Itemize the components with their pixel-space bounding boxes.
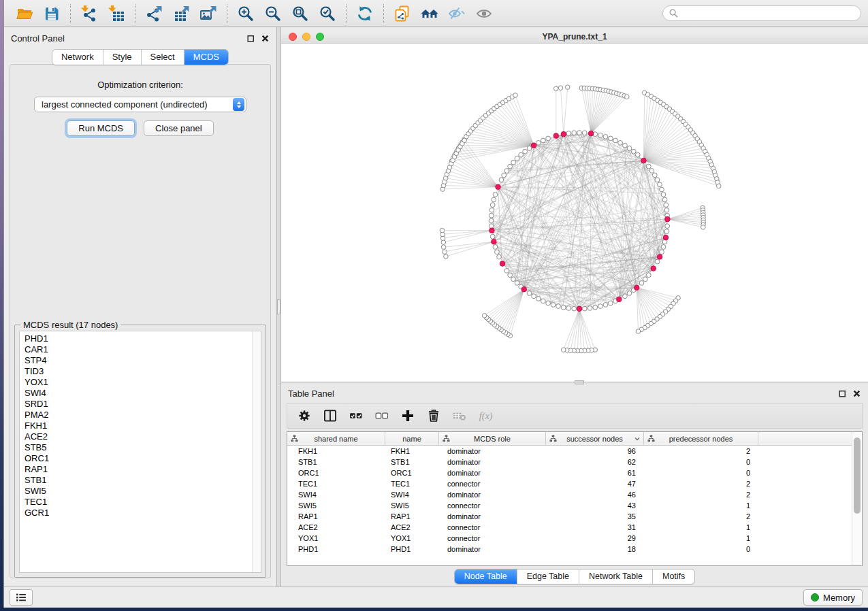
graph-node[interactable] bbox=[532, 294, 536, 299]
graph-node[interactable] bbox=[646, 164, 651, 169]
graph-node[interactable] bbox=[499, 178, 504, 182]
mcds-result-item[interactable]: STB1 bbox=[25, 475, 261, 486]
graph-node[interactable] bbox=[603, 135, 608, 139]
graph-node[interactable] bbox=[582, 306, 587, 311]
graph-node[interactable] bbox=[664, 208, 669, 212]
graph-node[interactable] bbox=[541, 299, 545, 303]
table-row[interactable]: YOX1YOX1connector291 bbox=[287, 533, 862, 544]
mcds-result-item[interactable]: STP4 bbox=[25, 355, 261, 366]
graph-node[interactable] bbox=[519, 152, 524, 157]
graph-node[interactable] bbox=[661, 193, 666, 197]
table-row[interactable]: FKH1FKH1dominator962 bbox=[287, 446, 862, 457]
table-tab-motifs[interactable]: Motifs bbox=[652, 569, 694, 584]
graph-hub-node[interactable] bbox=[492, 240, 497, 245]
graph-node[interactable] bbox=[625, 95, 630, 99]
graph-node[interactable] bbox=[636, 329, 641, 334]
tab-select[interactable]: Select bbox=[141, 50, 184, 65]
column-header-name[interactable]: name bbox=[385, 432, 439, 445]
graph-node[interactable] bbox=[566, 131, 571, 136]
graph-node[interactable] bbox=[492, 197, 496, 202]
graph-hub-node[interactable] bbox=[521, 286, 527, 292]
graph-node[interactable] bbox=[577, 131, 582, 135]
graph-node[interactable] bbox=[660, 187, 664, 192]
zoom-fit-button[interactable] bbox=[287, 3, 314, 24]
graph-node[interactable] bbox=[527, 146, 532, 151]
graph-node[interactable] bbox=[515, 156, 519, 161]
memory-button[interactable]: Memory bbox=[803, 589, 863, 606]
import-table-button[interactable] bbox=[103, 3, 130, 24]
add-column-button[interactable] bbox=[395, 406, 421, 426]
graph-node[interactable] bbox=[440, 228, 445, 233]
export-table-button[interactable] bbox=[167, 3, 195, 24]
graph-node[interactable] bbox=[649, 169, 654, 174]
toggle-columns-button[interactable] bbox=[317, 406, 343, 426]
mcds-result-item[interactable]: YOX1 bbox=[25, 377, 261, 388]
graph-node[interactable] bbox=[561, 305, 566, 310]
graph-hub-node[interactable] bbox=[657, 254, 662, 260]
graph-node[interactable] bbox=[444, 254, 449, 259]
graph-hub-node[interactable] bbox=[651, 266, 656, 271]
mcds-result-item[interactable]: CAR1 bbox=[25, 344, 261, 355]
show-all-button[interactable] bbox=[470, 3, 498, 24]
graph-node[interactable] bbox=[660, 250, 664, 254]
graph-node[interactable] bbox=[572, 306, 577, 311]
table-row[interactable]: ORC1ORC1dominator610 bbox=[287, 467, 862, 478]
graph-hub-node[interactable] bbox=[531, 143, 536, 148]
graph-node[interactable] bbox=[598, 133, 603, 137]
graph-node[interactable] bbox=[627, 291, 632, 296]
graph-node[interactable] bbox=[489, 213, 494, 218]
graph-node[interactable] bbox=[490, 203, 495, 208]
graph-node[interactable] bbox=[652, 173, 657, 178]
graph-node[interactable] bbox=[613, 138, 618, 143]
table-row[interactable]: ACE2ACE2connector311 bbox=[287, 522, 862, 533]
graph-node[interactable] bbox=[593, 305, 598, 310]
network-graph[interactable] bbox=[281, 44, 868, 382]
delete-column-button[interactable] bbox=[421, 406, 447, 426]
refresh-view-button[interactable] bbox=[351, 3, 379, 24]
select-all-checkboxes-button[interactable] bbox=[343, 406, 369, 426]
graph-node[interactable] bbox=[627, 146, 632, 151]
export-image-button[interactable] bbox=[195, 3, 222, 24]
graph-node[interactable] bbox=[631, 149, 636, 154]
graph-node[interactable] bbox=[665, 224, 670, 229]
graph-node[interactable] bbox=[655, 259, 660, 264]
graph-node[interactable] bbox=[502, 173, 507, 178]
graph-node[interactable] bbox=[608, 136, 613, 141]
graph-hub-node[interactable] bbox=[489, 228, 495, 233]
column-header-successor-nodes[interactable]: successor nodes bbox=[546, 432, 644, 445]
first-neighbors-button[interactable] bbox=[416, 3, 443, 24]
column-header-shared-name[interactable]: shared name bbox=[287, 432, 385, 445]
graph-node[interactable] bbox=[556, 304, 561, 309]
mcds-result-item[interactable]: TEC1 bbox=[25, 497, 261, 508]
graph-node[interactable] bbox=[536, 297, 541, 301]
graph-node[interactable] bbox=[553, 86, 558, 91]
graph-node[interactable] bbox=[598, 304, 603, 309]
graph-node[interactable] bbox=[701, 225, 706, 230]
mcds-result-list[interactable]: PHD1CAR1STP4TID3YOX1SWI4SRD1PMA2FKH1ACE2… bbox=[19, 331, 261, 573]
graph-node[interactable] bbox=[658, 182, 662, 187]
graph-hub-node[interactable] bbox=[641, 158, 647, 163]
close-panel-button[interactable]: Close panel bbox=[144, 120, 214, 136]
search-input[interactable] bbox=[682, 8, 855, 18]
graph-node[interactable] bbox=[646, 273, 651, 278]
table-tab-node-table[interactable]: Node Table bbox=[455, 569, 517, 584]
graph-node[interactable] bbox=[588, 306, 592, 311]
float-panel-icon[interactable] bbox=[246, 34, 255, 43]
zoom-in-button[interactable] bbox=[232, 3, 259, 24]
graph-hub-node[interactable] bbox=[496, 184, 501, 190]
graph-node[interactable] bbox=[558, 86, 563, 90]
graph-node[interactable] bbox=[504, 169, 509, 174]
clone-network-button[interactable] bbox=[389, 3, 416, 24]
graph-node[interactable] bbox=[623, 294, 628, 299]
graph-node[interactable] bbox=[618, 140, 623, 145]
mcds-result-item[interactable]: FKH1 bbox=[25, 420, 261, 431]
graph-node[interactable] bbox=[664, 203, 669, 208]
table-tab-edge-table[interactable]: Edge Table bbox=[517, 569, 579, 584]
table-scrollbar[interactable] bbox=[852, 432, 862, 565]
graph-node[interactable] bbox=[662, 197, 667, 202]
graph-node[interactable] bbox=[441, 245, 446, 250]
graph-node[interactable] bbox=[495, 250, 500, 254]
column-header-predecessor-nodes[interactable]: predecessor nodes bbox=[644, 432, 758, 445]
save-session-button[interactable] bbox=[38, 3, 65, 24]
graph-node[interactable] bbox=[572, 131, 577, 135]
